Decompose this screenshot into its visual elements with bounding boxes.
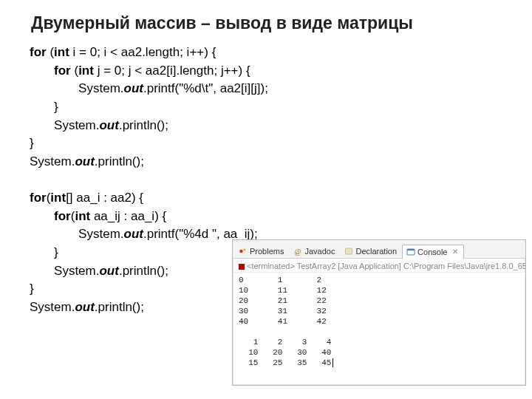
termination-line: <terminated> TestArray2 [Java Applicatio… [233,259,525,273]
svg-point-1 [243,248,245,250]
tab-javadoc[interactable]: @ Javadoc [289,244,341,258]
tab-bar: Problems @ Javadoc Declaration Console ✕ [233,240,525,259]
svg-point-0 [239,250,243,253]
svg-rect-5 [407,249,415,250]
page-title: Двумерный массив – вывод в виде матрицы [0,0,532,44]
svg-rect-3 [346,248,352,254]
terminated-icon [239,264,245,270]
close-icon[interactable]: ✕ [452,248,458,256]
termline-text: TestArray2 [Java Application] C:\Program… [295,262,525,270]
problems-icon [239,247,248,256]
tab-label: Console [417,248,447,256]
tab-declaration[interactable]: Declaration [340,244,403,258]
text-cursor [332,358,333,367]
javadoc-icon: @ [293,247,302,256]
console-output-text: 0 1 2 10 11 12 20 21 22 30 31 32 40 41 4… [239,276,331,367]
ide-console-window: Problems @ Javadoc Declaration Console ✕… [232,239,526,386]
console-output: 0 1 2 10 11 12 20 21 22 30 31 32 40 41 4… [233,273,525,370]
declaration-icon [344,247,353,256]
termline-prefix: <terminated> [247,262,295,270]
console-icon [406,248,415,256]
tab-label: Declaration [355,247,397,256]
tab-label: Javadoc [304,247,335,256]
svg-text:@: @ [295,248,301,256]
tab-console[interactable]: Console ✕ [402,245,464,259]
tab-label: Problems [250,247,284,256]
tab-problems[interactable]: Problems [234,244,290,258]
